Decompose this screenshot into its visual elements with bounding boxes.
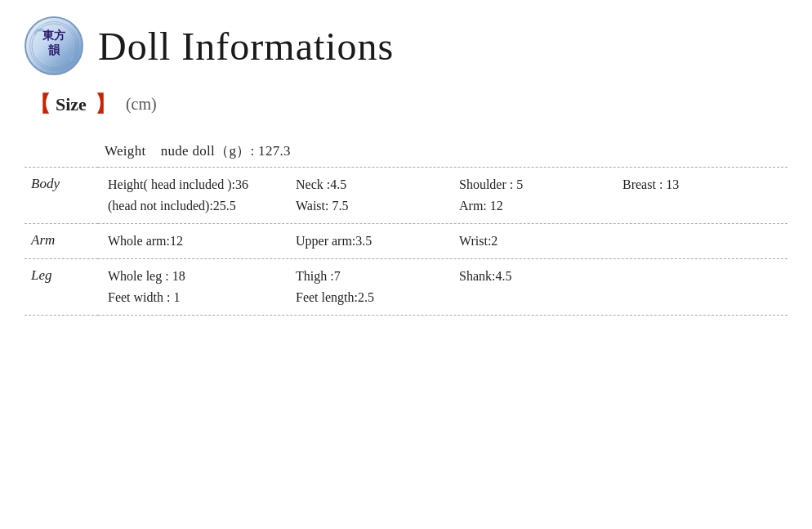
arm-cell-0: Whole arm:12 [105,232,292,250]
bracket-right: 】 [95,90,116,119]
header: 東方 韻 Doll Informations [25,16,787,75]
page-title: Doll Informations [98,24,394,69]
body-cell-7 [619,197,766,215]
arm-data: Whole arm:12 Upper arm:3.5 Wrist:2 [98,224,787,259]
logo-decoration [29,21,78,70]
body-cell-1: Neck :4.5 [292,176,456,194]
size-unit: (cm) [126,95,157,114]
leg-cell-3 [619,267,766,285]
leg-cell-0: Whole leg : 18 [105,267,292,285]
info-table: Weight nude doll（g）: 127.3 Body Height( … [25,133,787,316]
weight-row: Weight nude doll（g）: 127.3 [25,133,787,168]
leg-cell-7 [619,289,766,307]
body-cell-0: Height( head included ):36 [105,176,292,194]
body-label: Body [25,168,98,224]
weight-value: Weight nude doll（g）: 127.3 [98,133,787,168]
arm-cell-2: Wrist:2 [456,232,619,250]
body-cell-2: Shoulder : 5 [456,176,619,194]
size-label: Size [56,94,87,115]
logo: 東方 韻 [25,16,83,75]
body-cell-5: Waist: 7.5 [292,197,456,215]
arm-row: Arm Whole arm:12 Upper arm:3.5 Wrist:2 [25,224,787,259]
leg-data: Whole leg : 18 Thigh :7 Shank:4.5 Feet w… [98,259,787,316]
bracket-left: 【 [29,90,51,119]
body-cell-4: (head not included):25.5 [105,197,292,215]
page: 東方 韻 Doll Informations 【 Size 】 (cm) [0,0,812,529]
leg-data-block: Whole leg : 18 Thigh :7 Shank:4.5 Feet w… [105,267,781,307]
leg-cell-1: Thigh :7 [292,267,456,285]
arm-data-block: Whole arm:12 Upper arm:3.5 Wrist:2 [105,232,781,250]
weight-text-label: Weight [105,143,145,159]
leg-cell-4: Feet width : 1 [105,289,292,307]
leg-label: Leg [25,259,98,316]
leg-cell-6 [456,289,619,307]
leg-cell-5: Feet length:2.5 [292,289,456,307]
body-data-block: Height( head included ):36 Neck :4.5 Sho… [105,176,781,215]
body-data: Height( head included ):36 Neck :4.5 Sho… [98,168,787,224]
body-cell-3: Breast : 13 [619,176,766,194]
weight-text-value: nude doll（g）: 127.3 [161,143,291,159]
body-row: Body Height( head included ):36 Neck :4.… [25,168,787,224]
leg-cell-2: Shank:4.5 [456,267,619,285]
body-cell-6: Arm: 12 [456,197,619,215]
weight-label [25,133,98,168]
weight-content: Weight nude doll（g）: 127.3 [105,143,291,159]
arm-label: Arm [25,224,98,259]
arm-cell-1: Upper arm:3.5 [292,232,456,250]
leg-row: Leg Whole leg : 18 Thigh :7 Shank:4.5 Fe… [25,259,787,316]
arm-cell-3 [619,232,766,250]
size-heading: 【 Size 】 (cm) [25,90,787,119]
